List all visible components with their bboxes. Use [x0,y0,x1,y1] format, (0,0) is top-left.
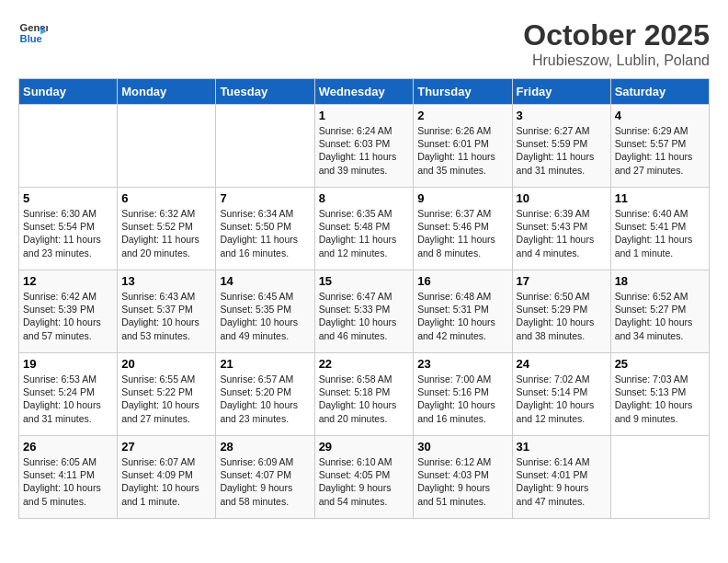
day-number: 3 [517,109,607,122]
day-info: Sunrise: 7:03 AM Sunset: 5:13 PM Dayligh… [615,373,705,425]
day-info: Sunrise: 6:52 AM Sunset: 5:27 PM Dayligh… [615,290,705,342]
day-cell [118,105,216,188]
day-number: 9 [417,191,507,205]
day-cell: 22Sunrise: 6:58 AM Sunset: 5:18 PM Dayli… [314,353,414,436]
day-info: Sunrise: 6:30 AM Sunset: 5:54 PM Dayligh… [23,207,113,259]
day-number: 17 [517,274,607,288]
day-cell: 15Sunrise: 6:47 AM Sunset: 5:33 PM Dayli… [314,270,414,353]
day-info: Sunrise: 6:07 AM Sunset: 4:09 PM Dayligh… [121,455,211,508]
weekday-header-wednesday: Wednesday [314,79,414,105]
weekday-header-monday: Monday [118,79,216,105]
weekday-header-tuesday: Tuesday [216,79,314,105]
day-info: Sunrise: 6:29 AM Sunset: 5:57 PM Dayligh… [615,124,705,177]
day-number: 12 [23,274,113,288]
day-info: Sunrise: 6:34 AM Sunset: 5:50 PM Dayligh… [220,207,310,259]
day-number: 27 [121,440,211,454]
day-cell: 20Sunrise: 6:55 AM Sunset: 5:22 PM Dayli… [118,353,216,436]
day-cell: 19Sunrise: 6:53 AM Sunset: 5:24 PM Dayli… [19,353,118,436]
day-number: 15 [319,274,410,288]
logo-icon: General Blue [18,18,48,48]
day-info: Sunrise: 6:45 AM Sunset: 5:35 PM Dayligh… [220,290,310,342]
day-number: 13 [121,274,211,288]
day-number: 24 [517,357,607,371]
week-row-3: 12Sunrise: 6:42 AM Sunset: 5:39 PM Dayli… [19,270,710,353]
day-cell: 27Sunrise: 6:07 AM Sunset: 4:09 PM Dayli… [118,436,216,519]
day-info: Sunrise: 7:00 AM Sunset: 5:16 PM Dayligh… [417,373,507,425]
day-number: 19 [23,357,113,371]
day-cell: 7Sunrise: 6:34 AM Sunset: 5:50 PM Daylig… [216,188,314,270]
day-cell: 2Sunrise: 6:26 AM Sunset: 6:01 PM Daylig… [414,105,512,188]
title-block: October 2025 Hrubieszow, Lublin, Poland [523,18,710,69]
month-title: October 2025 [523,18,710,52]
day-info: Sunrise: 6:27 AM Sunset: 5:59 PM Dayligh… [517,124,607,177]
week-row-2: 5Sunrise: 6:30 AM Sunset: 5:54 PM Daylig… [19,188,710,270]
day-cell: 11Sunrise: 6:40 AM Sunset: 5:41 PM Dayli… [610,188,709,270]
day-number: 6 [121,191,211,205]
svg-text:Blue: Blue [20,33,42,44]
day-cell: 17Sunrise: 6:50 AM Sunset: 5:29 PM Dayli… [512,270,610,353]
day-number: 5 [23,191,113,205]
day-number: 2 [417,109,507,122]
day-info: Sunrise: 6:39 AM Sunset: 5:43 PM Dayligh… [517,207,607,259]
day-info: Sunrise: 6:47 AM Sunset: 5:33 PM Dayligh… [319,290,410,342]
day-info: Sunrise: 6:53 AM Sunset: 5:24 PM Dayligh… [23,373,113,425]
day-number: 8 [319,191,410,205]
day-cell: 13Sunrise: 6:43 AM Sunset: 5:37 PM Dayli… [118,270,216,353]
day-cell: 5Sunrise: 6:30 AM Sunset: 5:54 PM Daylig… [19,188,118,270]
day-cell: 28Sunrise: 6:09 AM Sunset: 4:07 PM Dayli… [216,436,314,519]
day-info: Sunrise: 6:50 AM Sunset: 5:29 PM Dayligh… [517,290,607,342]
day-info: Sunrise: 6:26 AM Sunset: 6:01 PM Dayligh… [417,124,507,177]
day-number: 18 [615,274,705,288]
day-info: Sunrise: 6:24 AM Sunset: 6:03 PM Dayligh… [319,124,410,177]
day-info: Sunrise: 6:58 AM Sunset: 5:18 PM Dayligh… [319,373,410,425]
calendar-table: SundayMondayTuesdayWednesdayThursdayFrid… [18,78,710,519]
location-subtitle: Hrubieszow, Lublin, Poland [523,52,710,69]
weekday-header-sunday: Sunday [19,79,118,105]
day-cell: 16Sunrise: 6:48 AM Sunset: 5:31 PM Dayli… [414,270,512,353]
day-number: 30 [417,440,507,454]
weekday-header-saturday: Saturday [610,79,709,105]
day-cell: 25Sunrise: 7:03 AM Sunset: 5:13 PM Dayli… [610,353,709,436]
day-info: Sunrise: 6:10 AM Sunset: 4:05 PM Dayligh… [319,455,410,508]
day-info: Sunrise: 7:02 AM Sunset: 5:14 PM Dayligh… [517,373,607,425]
day-cell: 30Sunrise: 6:12 AM Sunset: 4:03 PM Dayli… [414,436,512,519]
week-row-1: 1Sunrise: 6:24 AM Sunset: 6:03 PM Daylig… [19,105,710,188]
day-cell: 14Sunrise: 6:45 AM Sunset: 5:35 PM Dayli… [216,270,314,353]
day-cell [216,105,314,188]
day-info: Sunrise: 6:43 AM Sunset: 5:37 PM Dayligh… [121,290,211,342]
day-cell: 3Sunrise: 6:27 AM Sunset: 5:59 PM Daylig… [512,105,610,188]
day-number: 1 [319,109,410,122]
day-number: 16 [417,274,507,288]
day-number: 25 [615,357,705,371]
day-info: Sunrise: 6:09 AM Sunset: 4:07 PM Dayligh… [220,455,310,508]
day-number: 11 [615,191,705,205]
day-info: Sunrise: 6:14 AM Sunset: 4:01 PM Dayligh… [517,455,607,508]
page-header: General Blue October 2025 Hrubieszow, Lu… [18,18,710,69]
day-number: 26 [23,440,113,454]
day-number: 22 [319,357,410,371]
day-info: Sunrise: 6:57 AM Sunset: 5:20 PM Dayligh… [220,373,310,425]
day-info: Sunrise: 6:37 AM Sunset: 5:46 PM Dayligh… [417,207,507,259]
day-cell: 29Sunrise: 6:10 AM Sunset: 4:05 PM Dayli… [314,436,414,519]
day-info: Sunrise: 6:32 AM Sunset: 5:52 PM Dayligh… [121,207,211,259]
day-cell: 8Sunrise: 6:35 AM Sunset: 5:48 PM Daylig… [314,188,414,270]
day-number: 29 [319,440,410,454]
day-cell: 24Sunrise: 7:02 AM Sunset: 5:14 PM Dayli… [512,353,610,436]
week-row-5: 26Sunrise: 6:05 AM Sunset: 4:11 PM Dayli… [19,436,710,519]
day-number: 4 [615,109,705,122]
day-cell: 18Sunrise: 6:52 AM Sunset: 5:27 PM Dayli… [610,270,709,353]
day-number: 23 [417,357,507,371]
day-info: Sunrise: 6:55 AM Sunset: 5:22 PM Dayligh… [121,373,211,425]
week-row-4: 19Sunrise: 6:53 AM Sunset: 5:24 PM Dayli… [19,353,710,436]
day-number: 21 [220,357,310,371]
weekday-header-friday: Friday [512,79,610,105]
logo: General Blue [18,18,48,48]
day-number: 20 [121,357,211,371]
day-cell: 23Sunrise: 7:00 AM Sunset: 5:16 PM Dayli… [414,353,512,436]
day-number: 10 [517,191,607,205]
day-info: Sunrise: 6:48 AM Sunset: 5:31 PM Dayligh… [417,290,507,342]
day-number: 7 [220,191,310,205]
day-cell [19,105,118,188]
day-cell: 10Sunrise: 6:39 AM Sunset: 5:43 PM Dayli… [512,188,610,270]
day-cell: 9Sunrise: 6:37 AM Sunset: 5:46 PM Daylig… [414,188,512,270]
